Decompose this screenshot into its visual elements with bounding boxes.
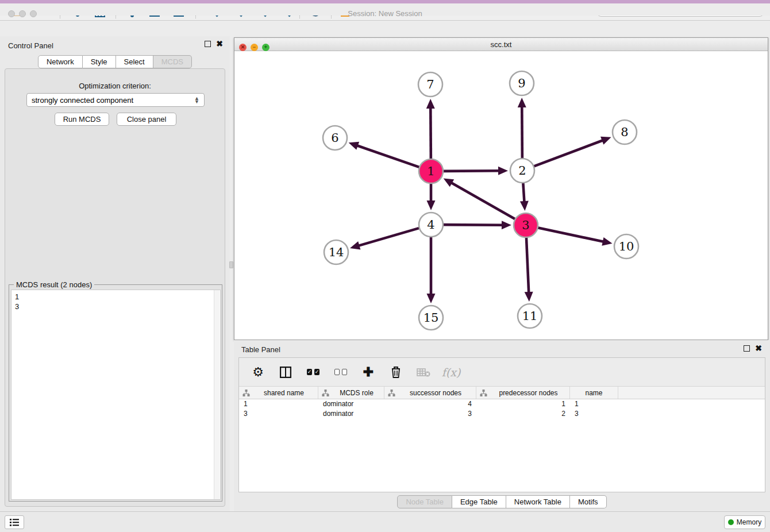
tab-mcds[interactable]: MCDS	[153, 55, 192, 68]
column-header-predecessor-nodes[interactable]: predecessor nodes	[476, 387, 570, 399]
table-cell[interactable]: 1	[239, 399, 318, 409]
table-row[interactable]: 1dominator411	[239, 399, 765, 409]
select-all-icon[interactable]: ✓✓	[306, 365, 321, 380]
node-label-3: 3	[522, 218, 529, 232]
settings-gear-icon[interactable]: ⚙	[251, 365, 265, 380]
add-column-icon[interactable]: ✚	[361, 365, 376, 380]
tab-motifs[interactable]: Motifs	[570, 495, 607, 508]
column-header-shared-name[interactable]: shared name	[239, 387, 318, 399]
control-panel-header: Control Panel ✖	[0, 36, 230, 55]
optimization-criterion-label: Optimization criterion:	[5, 82, 225, 90]
column-header-MCDS-role[interactable]: MCDS role	[318, 387, 384, 399]
result-scrollbar[interactable]	[214, 290, 220, 499]
edge-2-8[interactable]	[534, 140, 604, 167]
close-table-panel-icon[interactable]: ✖	[755, 345, 762, 352]
tab-network[interactable]: Network	[38, 55, 83, 68]
table-cell[interactable]: 4	[384, 399, 476, 409]
column-label: successor nodes	[395, 389, 476, 397]
close-panel-icon[interactable]: ✖	[216, 41, 223, 47]
edge-1-2[interactable]	[443, 171, 500, 171]
delete-column-icon[interactable]	[388, 365, 403, 380]
tab-edge-table[interactable]: Edge Table	[452, 495, 506, 508]
node-label-11: 11	[522, 309, 538, 323]
edge-4-14[interactable]	[357, 228, 419, 246]
edge-2-9[interactable]	[522, 106, 522, 159]
column-label: name	[570, 389, 618, 397]
memory-button[interactable]: Memory	[724, 515, 765, 529]
float-table-panel-icon[interactable]	[744, 345, 750, 352]
edge-arrowhead	[349, 142, 360, 150]
column-header-successor-nodes[interactable]: successor nodes	[384, 387, 476, 399]
dropdown-stepper-icon: ▲▼	[194, 97, 199, 103]
table-cell[interactable]: 3	[570, 409, 618, 419]
table-cell[interactable]: 3	[384, 409, 476, 419]
edge-2-3[interactable]	[523, 183, 524, 203]
float-panel-icon[interactable]	[205, 41, 211, 47]
table-panel-title: Table Panel	[241, 345, 280, 354]
node-label-8: 8	[621, 125, 628, 139]
control-panel-title: Control Panel	[8, 41, 53, 50]
edge-arrowhead	[520, 201, 529, 211]
edge-3-1[interactable]	[451, 182, 515, 219]
run-mcds-button[interactable]: Run MCDS	[55, 113, 109, 126]
edge-3-11[interactable]	[526, 237, 529, 294]
edge-arrowhead	[525, 292, 533, 302]
close-panel-button[interactable]: Close panel	[117, 113, 176, 126]
column-label: predecessor nodes	[487, 389, 569, 397]
edge-arrowhead	[600, 137, 611, 145]
mcds-result-title: MCDS result (2 nodes)	[14, 280, 94, 289]
tab-style[interactable]: Style	[83, 55, 116, 68]
task-history-button[interactable]	[5, 515, 24, 529]
edge-3-10[interactable]	[538, 228, 605, 242]
column-type-icon	[322, 390, 329, 396]
table-cell[interactable]: dominator	[318, 399, 384, 409]
titlebar: Session: New Session	[0, 3, 770, 16]
criterion-dropdown[interactable]: strongly connected component ▲▼	[26, 93, 205, 107]
table-cell[interactable]: 3	[239, 409, 318, 419]
edge-1-6[interactable]	[356, 145, 419, 167]
network-window-titlebar[interactable]: ✕−+ scc.txt	[234, 38, 768, 51]
table-cell[interactable]: 1	[476, 399, 570, 409]
edge-1-7[interactable]	[430, 107, 431, 159]
deselect-all-icon[interactable]	[333, 365, 348, 380]
column-label: MCDS role	[329, 389, 384, 397]
memory-label: Memory	[737, 518, 761, 526]
control-panel: Control Panel ✖ NetworkStyleSelectMCDS O…	[0, 36, 230, 511]
column-label: shared name	[250, 389, 318, 397]
tab-network-table[interactable]: Network Table	[506, 495, 570, 508]
tab-select[interactable]: Select	[116, 55, 153, 68]
table-cell[interactable]: 1	[570, 399, 618, 409]
memory-status-icon	[728, 519, 734, 525]
mcds-result-textarea[interactable]: 1 3	[11, 290, 221, 500]
column-type-icon	[242, 390, 250, 396]
status-bar: Memory	[0, 511, 770, 532]
table-panel: Table Panel ✖ ⚙ ✓✓ ✚ f(x)	[234, 340, 770, 511]
edge-arrowhead	[427, 294, 436, 303]
table-cell[interactable]: 2	[476, 409, 570, 419]
list-icon	[9, 518, 20, 526]
column-header-name[interactable]: name	[570, 387, 618, 399]
function-builder-icon-disabled: f(x)	[444, 365, 459, 380]
table-body: 1dominator4113dominator323	[239, 399, 765, 419]
edge-4-3[interactable]	[443, 225, 503, 225]
node-table-container: ⚙ ✓✓ ✚ f(x) shared nameMCDS rolesuccesso…	[238, 357, 765, 492]
mcds-panel: Optimization criterion: strongly connect…	[5, 68, 225, 507]
edge-arrowhead	[518, 98, 526, 107]
column-type-icon	[388, 390, 395, 396]
node-label-10: 10	[619, 240, 634, 253]
edge-arrowhead	[426, 99, 435, 109]
network-view-window: ✕−+ scc.txt 1234678910111415	[234, 37, 768, 340]
node-label-2: 2	[518, 164, 526, 178]
vertical-splitter-handle[interactable]	[229, 261, 233, 268]
split-view-icon[interactable]	[278, 365, 293, 380]
table-panel-tabs: Node TableEdge TableNetwork TableMotifs	[234, 495, 770, 508]
control-panel-tabs: NetworkStyleSelectMCDS	[0, 55, 230, 68]
application-window: Session: New Session	[0, 0, 770, 532]
table-row[interactable]: 3dominator323	[239, 409, 765, 419]
tab-node-table[interactable]: Node Table	[397, 495, 452, 508]
edge-arrowhead	[502, 221, 511, 229]
node-label-9: 9	[518, 76, 525, 90]
edge-arrowhead	[498, 167, 508, 175]
network-graph[interactable]: 1234678910111415	[234, 51, 768, 340]
table-cell[interactable]: dominator	[318, 409, 384, 419]
